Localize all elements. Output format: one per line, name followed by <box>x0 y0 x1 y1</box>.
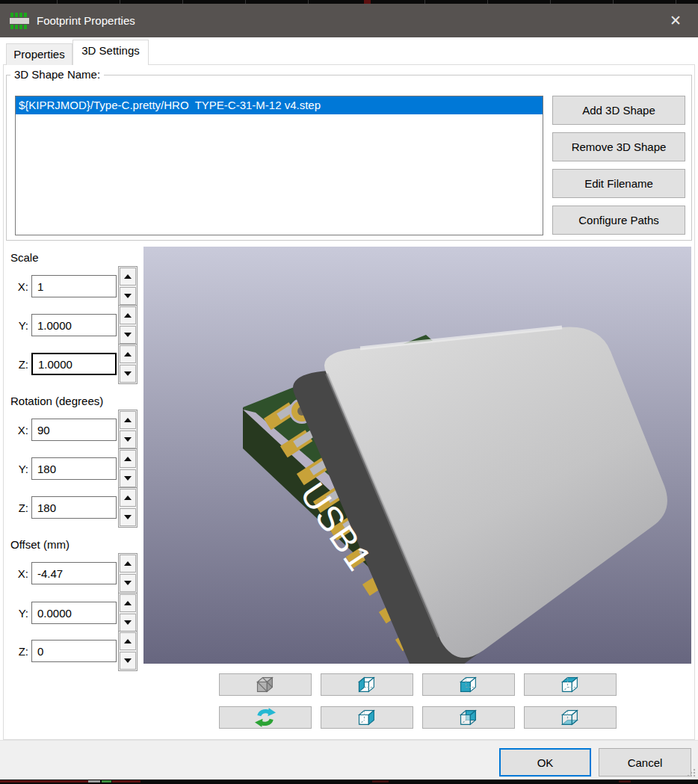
view-back-icon <box>456 707 481 728</box>
spin-up-button[interactable] <box>120 345 136 363</box>
view-front-icon <box>456 674 481 695</box>
view-top-button[interactable] <box>524 673 617 696</box>
background-app-strip-bottom <box>0 780 698 784</box>
spin-down-button[interactable] <box>120 326 136 344</box>
tab-3d-settings[interactable]: 3D Settings <box>72 40 149 65</box>
spin-down-button[interactable] <box>120 574 136 592</box>
view-top-icon <box>558 674 583 695</box>
update-view-button[interactable] <box>219 706 312 729</box>
update-view-icon <box>253 707 278 728</box>
spin-up-button[interactable] <box>120 594 136 612</box>
spin-down-button[interactable] <box>120 652 136 670</box>
spin-up-button[interactable] <box>120 306 136 324</box>
view-left-icon <box>354 674 380 695</box>
offset-x-spinner <box>118 553 138 593</box>
spin-up-button[interactable] <box>120 268 136 285</box>
view-back-button[interactable] <box>422 706 515 729</box>
scale-z-label: Z: <box>10 358 28 371</box>
remove-3d-shape-button[interactable]: Remove 3D Shape <box>552 132 685 161</box>
scale-z-spinner <box>118 344 138 384</box>
view-front-button[interactable] <box>422 673 515 696</box>
scale-y-spinner <box>118 305 138 345</box>
spin-up-button[interactable] <box>120 489 136 507</box>
offset-y-input[interactable] <box>31 602 117 624</box>
shape-name-group-title: 3D Shape Name: <box>10 68 104 81</box>
offset-section-title: Offset (mm) <box>10 538 70 551</box>
footprint-icon <box>10 12 29 30</box>
rotation-x-spinner <box>118 410 138 450</box>
offset-x-input[interactable] <box>31 562 117 584</box>
view-right-icon <box>354 707 380 728</box>
spin-down-button[interactable] <box>120 430 136 448</box>
spin-up-button[interactable] <box>120 411 136 429</box>
spin-down-button[interactable] <box>120 287 136 305</box>
scale-x-label: X: <box>10 280 28 293</box>
scale-z-input[interactable] <box>31 353 117 375</box>
spin-down-button[interactable] <box>120 469 136 487</box>
rotation-y-spinner <box>118 448 138 489</box>
rotation-z-input[interactable] <box>31 496 117 519</box>
3d-preview-viewport[interactable]: USB1 <box>143 247 691 664</box>
offset-z-label: Z: <box>10 645 28 658</box>
rotation-z-label: Z: <box>10 501 28 514</box>
shape-name-list[interactable]: ${KIPRJMOD}/Type-C.pretty/HRO TYPE-C-31-… <box>15 96 543 235</box>
scale-x-spinner <box>118 266 138 306</box>
cancel-button[interactable]: Cancel <box>599 748 691 777</box>
scale-x-input[interactable] <box>31 275 117 297</box>
offset-x-label: X: <box>10 567 28 580</box>
rotation-x-input[interactable] <box>31 419 117 441</box>
usb-connector-3d-model: USB1 <box>143 247 691 664</box>
offset-y-label: Y: <box>10 607 28 620</box>
shape-name-list-item[interactable]: ${KIPRJMOD}/Type-C.pretty/HRO TYPE-C-31-… <box>16 96 543 114</box>
offset-y-spinner <box>118 593 138 633</box>
offset-z-spinner <box>118 631 138 671</box>
scale-section-title: Scale <box>10 251 39 264</box>
close-button[interactable]: ✕ <box>659 4 692 37</box>
configure-paths-button[interactable]: Configure Paths <box>552 206 685 235</box>
spin-down-button[interactable] <box>120 508 136 526</box>
resize-grip[interactable] <box>687 768 696 777</box>
spin-up-button[interactable] <box>120 555 136 572</box>
rotation-y-input[interactable] <box>31 457 117 480</box>
view-bottom-button[interactable] <box>524 706 617 729</box>
spin-down-button[interactable] <box>120 614 136 632</box>
ok-button[interactable]: OK <box>499 748 591 777</box>
view-left-button[interactable] <box>321 673 413 696</box>
offset-z-input[interactable] <box>31 640 117 662</box>
dialog-footer: OK Cancel <box>0 740 698 780</box>
view-right-button[interactable] <box>321 706 413 729</box>
default-view-icon <box>253 674 278 695</box>
window-title: Footprint Properties <box>37 14 135 27</box>
scale-y-input[interactable] <box>31 314 117 336</box>
spin-down-button[interactable] <box>120 365 136 383</box>
title-bar[interactable]: Footprint Properties ✕ <box>0 4 698 37</box>
rotation-y-label: Y: <box>10 463 28 475</box>
add-3d-shape-button[interactable]: Add 3D Shape <box>552 96 685 125</box>
scale-y-label: Y: <box>10 319 28 332</box>
rotation-section-title: Rotation (degrees) <box>10 395 103 407</box>
tab-properties[interactable]: Properties <box>6 43 72 65</box>
edit-filename-button[interactable]: Edit Filename <box>552 169 685 198</box>
spin-up-button[interactable] <box>120 632 136 650</box>
default-view-button[interactable] <box>219 673 312 696</box>
rotation-x-label: X: <box>10 424 28 436</box>
view-bottom-icon <box>558 707 583 728</box>
spin-up-button[interactable] <box>120 450 136 468</box>
rotation-z-spinner <box>118 487 138 528</box>
